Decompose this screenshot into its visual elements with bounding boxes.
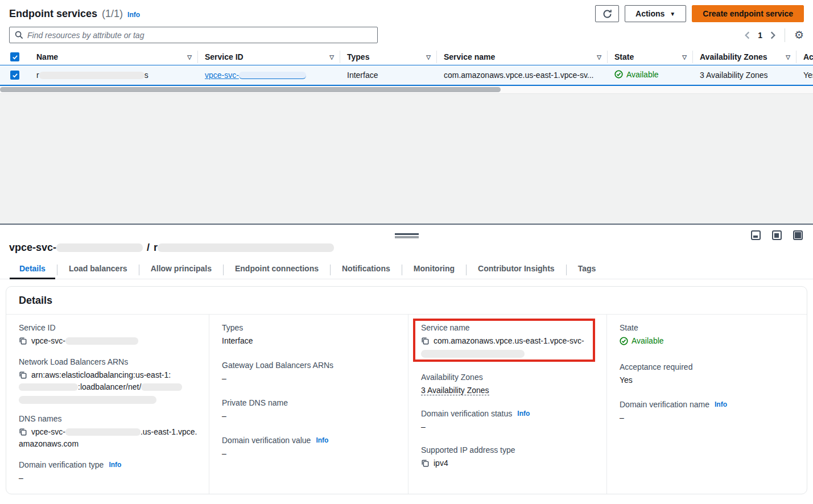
row-checkbox[interactable] <box>10 71 19 80</box>
cell-service-name: com.amazonaws.vpce.us-east-1.vpce-sv... <box>437 71 608 80</box>
search-input[interactable] <box>27 31 372 40</box>
field-nlb-arns: Network Load Balancers ARNs arn:aws:elas… <box>19 357 199 404</box>
redacted-text <box>19 396 156 404</box>
table-row[interactable]: rs vpce-svc- Interface com.amazonaws.vpc… <box>0 65 813 86</box>
resource-count: (1/1) <box>102 8 123 20</box>
details-column-3: Service name com.amazonaws.vpce.us-east-… <box>408 315 607 494</box>
info-link[interactable]: Info <box>316 436 328 444</box>
column-header-availability-zones[interactable]: Availability Zones ▽ <box>693 51 797 63</box>
cell-types: Interface <box>340 71 437 80</box>
check-icon <box>12 54 18 60</box>
field-supported-ip: Supported IP address type ipv4 <box>421 445 596 469</box>
redacted-text <box>141 383 182 391</box>
redacted-text <box>39 72 145 79</box>
column-header-acceptance[interactable]: Acceptance required <box>797 51 813 63</box>
service-id-link[interactable]: vpce-svc- <box>205 71 306 80</box>
tab-endpoint-connections[interactable]: Endpoint connections <box>224 261 330 279</box>
success-check-icon <box>614 70 623 79</box>
tab-contributor-insights[interactable]: Contributor Insights <box>467 261 566 279</box>
copy-icon[interactable] <box>421 459 429 467</box>
availability-zones-popover[interactable]: 3 Availability Zones <box>421 386 489 395</box>
refresh-icon <box>602 9 612 19</box>
redacted-text <box>65 337 138 345</box>
success-check-icon <box>620 337 628 345</box>
availability-zones-popover[interactable]: 3 Availability Zones <box>700 71 768 80</box>
column-header-state[interactable]: State ▽ <box>608 51 693 63</box>
field-state: State Available <box>620 323 797 349</box>
create-button-label: Create endpoint service <box>703 9 793 18</box>
field-dns-names: DNS names vpce-svc-.us-east-1.vpce.amazo… <box>19 414 199 450</box>
details-column-1: Service ID vpce-svc- Network Load Balanc… <box>6 315 209 494</box>
info-link[interactable]: Info <box>127 11 140 19</box>
row-select-cell <box>0 71 30 80</box>
table-header: Name ▽ Service ID ▽ Types ▽ Service name… <box>0 49 813 65</box>
info-link[interactable]: Info <box>109 461 121 469</box>
redacted-text <box>19 383 78 391</box>
copy-icon[interactable] <box>19 428 27 436</box>
cell-availability-zones: 3 Availability Zones <box>693 71 797 80</box>
filter-icon[interactable]: ▽ <box>597 54 601 60</box>
field-service-name: Service name com.amazonaws.vpce.us-east-… <box>421 323 596 358</box>
filter-icon[interactable]: ▽ <box>786 54 790 60</box>
field-availability-zones: Availability Zones 3 Availability Zones <box>421 373 596 396</box>
horizontal-scrollbar[interactable] <box>0 86 813 93</box>
details-card: Details Service ID vpce-svc- Network Loa… <box>6 286 807 494</box>
details-column-2: Types Interface Gateway Load Balancers A… <box>209 315 408 494</box>
redacted-text <box>65 428 141 436</box>
search-box[interactable] <box>9 27 378 43</box>
pager-divider <box>785 28 785 42</box>
panel-half-icon[interactable] <box>772 230 782 240</box>
gear-icon[interactable]: ⚙ <box>794 30 804 40</box>
page-number[interactable]: 1 <box>757 31 764 40</box>
redacted-text <box>421 350 525 358</box>
tab-details[interactable]: Details <box>8 261 57 279</box>
info-link[interactable]: Info <box>715 400 727 408</box>
details-card-title: Details <box>6 287 807 315</box>
tab-monitoring[interactable]: Monitoring <box>402 261 466 279</box>
select-all-checkbox[interactable] <box>10 52 19 61</box>
split-panel: vpce-svc- / r Details Load balancers All… <box>0 224 813 504</box>
filter-icon[interactable]: ▽ <box>329 54 334 60</box>
column-header-types[interactable]: Types ▽ <box>340 51 437 63</box>
field-domain-verification-value: Domain verification value Info – <box>222 436 398 460</box>
filter-icon[interactable]: ▽ <box>426 54 431 60</box>
scrollbar-thumb[interactable] <box>0 87 501 92</box>
refresh-button[interactable] <box>595 5 619 22</box>
tab-allow-principals[interactable]: Allow principals <box>139 261 223 279</box>
tab-load-balancers[interactable]: Load balancers <box>57 261 139 279</box>
panel-drag-handle[interactable] <box>395 233 419 238</box>
next-page-icon[interactable] <box>770 31 775 39</box>
info-link[interactable]: Info <box>517 410 530 418</box>
table-toolbar: 1 ⚙ <box>0 24 813 49</box>
details-column-4: State Available Acceptance required <box>607 315 807 494</box>
tab-tags[interactable]: Tags <box>567 261 608 279</box>
copy-icon[interactable] <box>19 337 27 345</box>
filter-icon[interactable]: ▽ <box>682 54 687 60</box>
create-endpoint-service-button[interactable]: Create endpoint service <box>692 5 804 22</box>
field-domain-verification-status: Domain verification status Info – <box>421 409 596 433</box>
page-header: Endpoint services (1/1) Info Actions ▼ C… <box>0 0 813 24</box>
search-icon <box>15 31 23 39</box>
copy-icon[interactable] <box>19 371 27 379</box>
field-service-id: Service ID vpce-svc- <box>19 323 199 347</box>
column-header-service-name[interactable]: Service name ▽ <box>437 51 608 63</box>
title-group: Endpoint services (1/1) Info <box>9 8 140 20</box>
table-empty-space <box>0 93 813 224</box>
redacted-text <box>56 243 143 252</box>
details-card-body: Service ID vpce-svc- Network Load Balanc… <box>6 315 807 493</box>
previous-page-icon[interactable] <box>745 31 750 39</box>
filter-icon[interactable]: ▽ <box>187 54 192 60</box>
column-header-name[interactable]: Name ▽ <box>30 51 198 63</box>
panel-full-icon[interactable] <box>793 230 803 240</box>
field-domain-verification-name: Domain verification name Info – <box>620 400 797 424</box>
tab-notifications[interactable]: Notifications <box>331 261 402 279</box>
cell-name: rs <box>30 71 198 80</box>
chevron-down-icon: ▼ <box>670 11 675 17</box>
actions-button[interactable]: Actions ▼ <box>625 5 686 22</box>
panel-collapse-icon[interactable] <box>751 230 761 240</box>
select-all-cell <box>0 52 30 61</box>
copy-icon[interactable] <box>421 337 429 345</box>
redacted-text <box>158 243 334 252</box>
column-header-service-id[interactable]: Service ID ▽ <box>198 51 340 63</box>
actions-button-label: Actions <box>635 9 665 18</box>
